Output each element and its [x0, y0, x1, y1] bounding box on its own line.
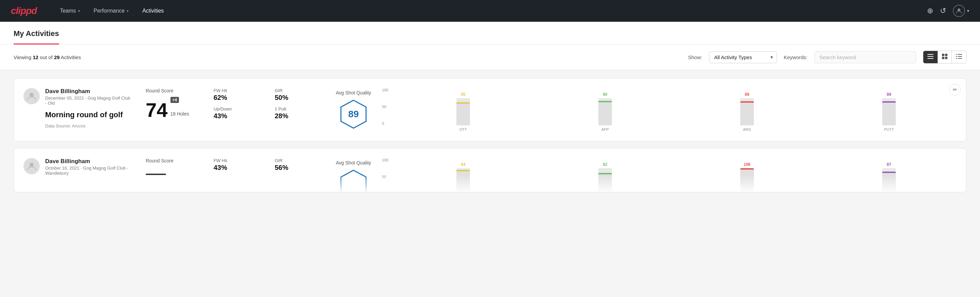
- bar-value-app-2: 82: [603, 162, 607, 167]
- user-menu[interactable]: ▾: [953, 5, 969, 17]
- bar-inner-putt: [882, 101, 896, 125]
- bar-value-ott-2: 94: [461, 162, 465, 167]
- viewing-number: 12: [33, 54, 38, 60]
- score-number: 74: [146, 100, 168, 120]
- svg-rect-2: [928, 56, 934, 57]
- performance-chevron-icon: ▾: [127, 9, 129, 13]
- viewing-count: Viewing 12 out of 29 Activities: [14, 54, 81, 60]
- shot-quality-section: Avg Shot Quality 89 100 50 0: [336, 88, 956, 131]
- card-username: Dave Billingham: [45, 88, 132, 95]
- nav-links: Teams ▾ Performance ▾ Activities: [54, 5, 913, 17]
- gir-label: GIR: [275, 88, 322, 93]
- chart-x-labels: OTT APP ARG PUTT: [382, 128, 956, 131]
- up-down-value: 43%: [213, 112, 261, 120]
- bar-value-arg-2: 106: [744, 162, 751, 167]
- hexagon: 89: [338, 99, 369, 129]
- show-label: Show:: [688, 54, 702, 60]
- card-title: Morning round of golf: [45, 110, 132, 119]
- viewing-out: out of: [40, 54, 52, 60]
- svg-rect-3: [928, 58, 934, 59]
- svg-rect-4: [942, 54, 944, 56]
- list-view-button[interactable]: [923, 51, 938, 63]
- bar-inner-ott: [457, 102, 470, 125]
- putt1-value: 28%: [275, 112, 322, 120]
- viewing-label: Activities: [61, 54, 81, 60]
- bar-group-app: 90: [538, 92, 673, 125]
- bar-group-putt: 89: [821, 92, 956, 125]
- bar-value-putt: 89: [887, 92, 891, 97]
- round-score-label-2: Round Score: [146, 158, 200, 163]
- logo[interactable]: clippd: [11, 5, 37, 16]
- bar-outer-ott: [457, 98, 470, 125]
- nav-performance-label: Performance: [94, 8, 125, 14]
- gir-value-2: 56%: [275, 164, 322, 172]
- search-input[interactable]: [814, 51, 916, 63]
- activity-type-dropdown[interactable]: All Activity Types: [709, 51, 777, 63]
- chart-label-putt: PUTT: [821, 128, 956, 131]
- hex-value: 89: [348, 109, 359, 120]
- y-label-100-2: 100: [382, 158, 388, 162]
- score-holes: 18 Holes: [170, 111, 189, 117]
- nav-item-activities[interactable]: Activities: [137, 5, 169, 17]
- bar-inner-app: [598, 101, 612, 125]
- stats-section-2: FW Hit 43%: [213, 158, 261, 176]
- view-toggle: [923, 51, 966, 64]
- bar-top-ott: [457, 102, 470, 104]
- fw-hit-value: 62%: [213, 94, 261, 102]
- svg-rect-13: [958, 58, 962, 59]
- card-left-2: Dave Billingham October 16, 2021 · Gog M…: [24, 158, 132, 176]
- bar-value-arg: 89: [745, 92, 749, 97]
- navbar: clippd Teams ▾ Performance ▾ Activities …: [0, 0, 980, 22]
- card-info-2: Dave Billingham October 16, 2021 · Gog M…: [45, 158, 132, 176]
- card-left: Dave Billingham December 05, 2021 · Gog …: [24, 88, 132, 128]
- bar-top-putt-2: [882, 172, 896, 173]
- fw-hit-value-2: 43%: [213, 164, 261, 172]
- gir-value: 50%: [275, 94, 322, 102]
- bar-group-arg: 89: [679, 92, 815, 125]
- svg-rect-7: [945, 57, 947, 59]
- svg-rect-6: [942, 57, 944, 59]
- detail-view-button[interactable]: [952, 51, 966, 63]
- card-date-2: October 16, 2021 · Gog Magog Golf Club -…: [45, 166, 132, 176]
- teams-chevron-icon: ▾: [78, 9, 80, 13]
- gir-stat-2: GIR 56%: [275, 158, 322, 172]
- svg-point-14: [30, 93, 33, 97]
- bar-value-ott: 85: [461, 92, 465, 97]
- nav-right: ⊕ ↺ ▾: [927, 5, 969, 17]
- activity-card: Dave Billingham December 05, 2021 · Gog …: [14, 78, 966, 141]
- nav-item-performance[interactable]: Performance ▾: [88, 5, 134, 17]
- nav-item-teams[interactable]: Teams ▾: [54, 5, 85, 17]
- bar-top-app: [598, 101, 612, 102]
- gir-stats-section: GIR 50% 1 Putt 28%: [275, 88, 322, 125]
- activity-type-select[interactable]: All Activity Types: [709, 51, 777, 63]
- round-score-section: Round Score 74 +4 18 Holes: [146, 88, 200, 120]
- page-header: My Activities: [0, 22, 980, 45]
- filter-bar: Viewing 12 out of 29 Activities Show: Al…: [0, 45, 980, 70]
- up-down-stat: Up/Down 43%: [213, 106, 261, 120]
- svg-rect-9: [958, 54, 962, 55]
- nav-activities-label: Activities: [142, 8, 164, 14]
- refresh-icon[interactable]: ↺: [940, 6, 946, 15]
- grid-view-button[interactable]: [938, 51, 952, 63]
- round-score-section-2: Round Score: [146, 158, 200, 175]
- svg-rect-12: [956, 58, 957, 59]
- viewing-prefix: Viewing: [14, 54, 31, 60]
- add-icon[interactable]: ⊕: [927, 6, 933, 15]
- avatar: [24, 88, 40, 104]
- svg-point-16: [30, 163, 33, 167]
- viewing-total: 29: [54, 54, 60, 60]
- chart-label-ott: OTT: [396, 128, 531, 131]
- svg-rect-10: [956, 56, 957, 57]
- hexagon-container: Avg Shot Quality 89: [336, 90, 371, 129]
- round-score-label: Round Score: [146, 88, 200, 93]
- putt1-label: 1 Putt: [275, 106, 322, 112]
- avatar: [953, 5, 965, 17]
- card-username-2: Dave Billingham: [45, 158, 132, 165]
- stats-section: FW Hit 62% Up/Down 43%: [213, 88, 261, 125]
- edit-button[interactable]: ✏: [949, 84, 961, 96]
- chart-label-arg: ARG: [679, 128, 815, 131]
- bar-top-arg-2: [740, 168, 754, 169]
- fw-hit-stat: FW Hit 62%: [213, 88, 261, 102]
- y-axis-labels: 100 50 0: [382, 88, 388, 125]
- avatar-2: [24, 158, 40, 174]
